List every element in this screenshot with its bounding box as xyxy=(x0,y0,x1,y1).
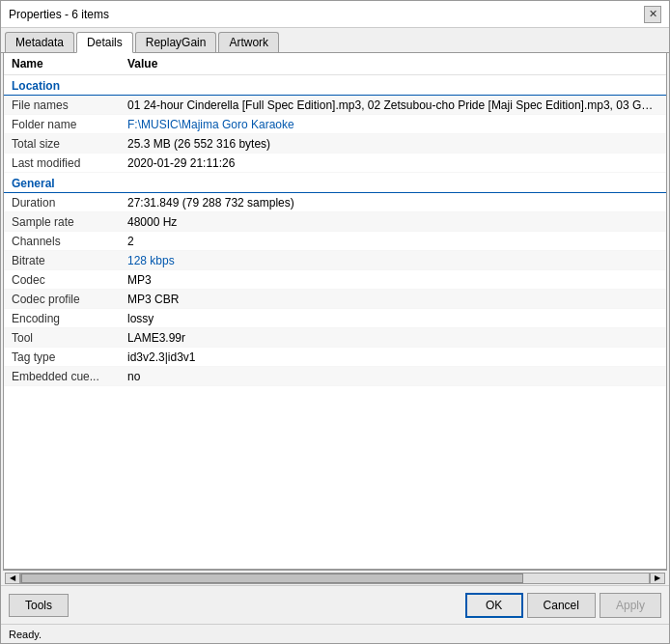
window-title: Properties - 6 items xyxy=(9,8,109,21)
table-header: Name Value xyxy=(4,53,666,75)
tools-button[interactable]: Tools xyxy=(9,594,69,617)
prop-value: 25.3 MB (26 552 316 bytes) xyxy=(127,137,658,151)
table-row: Tool LAME3.99r xyxy=(4,328,666,348)
prop-label: Total size xyxy=(12,137,127,151)
tab-replaygain[interactable]: ReplayGain xyxy=(135,32,217,52)
status-bar: Ready. xyxy=(1,624,669,643)
tabs-bar: Metadata Details ReplayGain Artwork xyxy=(1,28,669,53)
prop-value: LAME3.99r xyxy=(127,331,658,345)
table-row: Codec MP3 xyxy=(4,270,666,290)
content-area: Name Value Location File names 01 24-hou… xyxy=(3,53,667,570)
prop-label: Last modified xyxy=(12,156,127,170)
status-text: Ready. xyxy=(9,629,42,640)
table-row: Bitrate 128 kbps xyxy=(4,251,666,270)
table-row: Total size 25.3 MB (26 552 316 bytes) xyxy=(4,134,666,154)
prop-label: Duration xyxy=(12,196,127,210)
prop-label: File names xyxy=(12,98,127,112)
table-row: Duration 27:31.849 (79 288 732 samples) xyxy=(4,193,666,212)
tab-artwork[interactable]: Artwork xyxy=(218,32,279,52)
prop-value: F:\MUSIC\Majima Goro Karaoke xyxy=(127,118,658,131)
close-button[interactable]: ✕ xyxy=(644,6,661,23)
prop-value: MP3 CBR xyxy=(127,293,658,306)
prop-label: Tag type xyxy=(12,350,127,364)
prop-value: 01 24-hour Cinderella [Full Spec Edition… xyxy=(127,98,658,112)
horizontal-scrollbar[interactable]: ◀ ▶ xyxy=(3,570,667,585)
prop-value: 48000 Hz xyxy=(127,215,658,229)
section-location: Location xyxy=(4,75,666,96)
tab-metadata[interactable]: Metadata xyxy=(5,32,74,52)
cancel-button[interactable]: Cancel xyxy=(527,593,596,618)
table-row: File names 01 24-hour Cinderella [Full S… xyxy=(4,96,666,115)
footer-left: Tools xyxy=(9,594,69,617)
footer-bar: Tools OK Cancel Apply xyxy=(1,585,669,624)
prop-value: 27:31.849 (79 288 732 samples) xyxy=(127,196,658,210)
tab-details[interactable]: Details xyxy=(76,32,133,53)
prop-value: lossy xyxy=(127,312,658,325)
prop-value: 128 kbps xyxy=(127,254,658,267)
table-row: Last modified 2020-01-29 21:11:26 xyxy=(4,154,666,173)
prop-label: Tool xyxy=(12,331,127,345)
prop-label: Sample rate xyxy=(12,215,127,229)
prop-value: id3v2.3|id3v1 xyxy=(127,350,658,364)
prop-value: 2 xyxy=(127,235,658,248)
table-row: Channels 2 xyxy=(4,232,666,251)
table-row: Embedded cue... no xyxy=(4,367,666,386)
prop-label: Channels xyxy=(12,235,127,248)
column-name: Name xyxy=(12,57,127,70)
ok-button[interactable]: OK xyxy=(465,593,523,618)
footer-right: OK Cancel Apply xyxy=(465,593,661,618)
prop-label: Codec profile xyxy=(12,293,127,306)
table-row: Encoding lossy xyxy=(4,309,666,328)
prop-label: Embedded cue... xyxy=(12,370,127,383)
properties-scroll[interactable]: Location File names 01 24-hour Cinderell… xyxy=(4,75,666,569)
table-row: Tag type id3v2.3|id3v1 xyxy=(4,348,666,367)
section-general: General xyxy=(4,173,666,193)
scroll-right-button[interactable]: ▶ xyxy=(650,573,665,584)
table-row: Sample rate 48000 Hz xyxy=(4,212,666,232)
prop-value: 2020-01-29 21:11:26 xyxy=(127,156,658,170)
prop-label: Folder name xyxy=(12,118,127,131)
table-row: Folder name F:\MUSIC\Majima Goro Karaoke xyxy=(4,115,666,134)
prop-value: MP3 xyxy=(127,273,658,287)
title-bar: Properties - 6 items ✕ xyxy=(1,1,669,28)
column-value: Value xyxy=(127,57,658,70)
scrollbar-track[interactable] xyxy=(20,573,650,584)
scrollbar-thumb[interactable] xyxy=(21,574,523,583)
scroll-left-button[interactable]: ◀ xyxy=(5,573,20,584)
prop-label: Encoding xyxy=(12,312,127,325)
table-row: Codec profile MP3 CBR xyxy=(4,290,666,309)
prop-value: no xyxy=(127,370,658,383)
prop-label: Codec xyxy=(12,273,127,287)
properties-window: Properties - 6 items ✕ Metadata Details … xyxy=(0,0,670,644)
prop-label: Bitrate xyxy=(12,254,127,267)
apply-button[interactable]: Apply xyxy=(600,593,661,618)
